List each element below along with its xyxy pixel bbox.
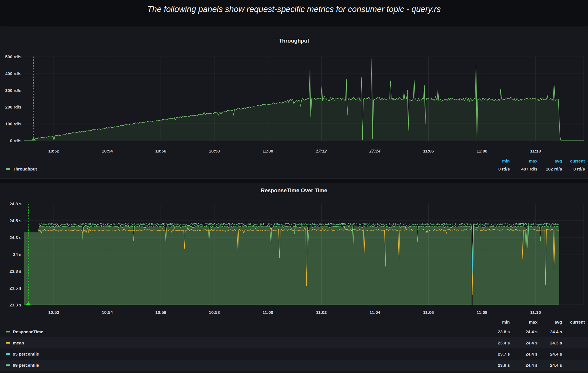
panel2-chart-area: 24.8 s24.5 s24.3 s24 s23.8 s23.5 s23.3 s: [0, 204, 584, 305]
text-panel: The following panels show request-specif…: [0, 0, 588, 26]
stat-max: 24.4 s: [510, 352, 537, 356]
series-color-swatch: [6, 168, 10, 170]
x-tick-label: 11:06: [423, 149, 434, 153]
series-label: mean: [13, 340, 24, 345]
series-color-swatch: [6, 353, 10, 355]
series-label: Throughput: [13, 167, 37, 171]
series-label: 99 percentile: [13, 363, 39, 368]
legend-header-avg[interactable]: avg: [537, 159, 562, 163]
stat-min: 0 rd/s: [483, 167, 510, 171]
legend-header-current[interactable]: current: [562, 320, 585, 324]
x-tick-label: 10:58: [209, 149, 220, 153]
response-time-chart[interactable]: [24, 204, 584, 305]
y-tick-label: 500 rd/s: [5, 54, 21, 59]
y-tick-label: 24 s: [13, 252, 21, 257]
legend-row-99-percentile: 99 percentile 23.8 s 24.4 s 24.4 s: [0, 360, 588, 371]
stat-avg: 182 rd/s: [537, 167, 562, 171]
legend-header-max[interactable]: max: [510, 320, 537, 324]
y-tick-label: 23.5 s: [9, 285, 21, 290]
legend-header-min[interactable]: min: [483, 159, 510, 163]
stat-max: 24.4 s: [510, 340, 537, 345]
x-tick-label: 11:04: [370, 310, 380, 315]
stat-min: 23.8 s: [483, 363, 510, 368]
legend-header-current[interactable]: current: [562, 159, 585, 163]
legend-series-throughput[interactable]: Throughput: [6, 167, 37, 171]
series-label: 95 percentile: [13, 352, 39, 356]
x-tick-label: 11:00: [262, 149, 273, 153]
y-axis: 500 rd/s400 rd/s300 rd/s200 rd/s100 rd/s…: [0, 57, 24, 141]
x-tick-label: 17:12: [316, 149, 327, 153]
x-tick-label: 10:54: [102, 149, 113, 153]
x-tick-label: 10:54: [102, 310, 113, 315]
dashboard-header-text: The following panels show request-specif…: [147, 5, 441, 14]
stat-min: 23.7 s: [483, 352, 510, 356]
series-label: ResponseTime: [13, 329, 43, 334]
y-tick-label: 0 rd/s: [10, 138, 21, 143]
y-tick-label: 24.5 s: [9, 218, 21, 223]
legend-series-95-percentile[interactable]: 95 percentile: [6, 352, 39, 356]
legend-row-responsetime: ResponseTime 23.8 s 24.4 s 24.4 s: [0, 326, 588, 337]
legend-series-99-percentile[interactable]: 99 percentile: [6, 363, 39, 368]
panel2-title[interactable]: ResponseTime Over Time: [0, 187, 588, 194]
x-tick-label: 10:56: [155, 149, 166, 153]
y-axis: 24.8 s24.5 s24.3 s24 s23.8 s23.5 s23.3 s: [0, 204, 24, 305]
x-axis: 10:5210:5410:5610:5811:0017:1217:1411:06…: [24, 148, 584, 154]
stat-min: 23.8 s: [483, 329, 510, 334]
x-tick-label: 11:10: [530, 310, 541, 315]
legend-header-avg[interactable]: avg: [537, 320, 562, 324]
stat-max: 487 rd/s: [510, 167, 537, 171]
panel-throughput: Throughput 500 rd/s400 rd/s300 rd/s200 r…: [0, 27, 588, 179]
y-tick-label: 23.8 s: [9, 269, 21, 274]
stat-avg: 24.4 s: [537, 352, 562, 356]
x-tick-label: 11:10: [530, 149, 541, 153]
stat-current: 0 rd/s: [562, 167, 585, 171]
series-color-swatch: [6, 342, 10, 344]
y-tick-label: 300 rd/s: [5, 88, 21, 93]
y-tick-label: 200 rd/s: [5, 105, 21, 109]
y-tick-label: 23.3 s: [9, 302, 21, 307]
x-tick-label: 10:56: [155, 310, 166, 315]
x-tick-label: 10:52: [48, 310, 59, 315]
panel1-title[interactable]: Throughput: [0, 38, 588, 44]
x-axis: 10:5210:5410:5610:5811:0011:0211:0411:06…: [24, 309, 584, 316]
x-tick-label: 11:08: [477, 149, 487, 153]
series-color-swatch: [6, 364, 10, 366]
stat-max: 24.4 s: [510, 329, 537, 334]
legend-header-max[interactable]: max: [510, 159, 537, 163]
x-tick-label: 17:14: [369, 149, 381, 153]
x-tick-label: 11:06: [423, 310, 434, 315]
x-tick-label: 11:02: [316, 310, 327, 315]
legend-row-95-percentile: 95 percentile 23.7 s 24.4 s 24.4 s: [0, 348, 588, 360]
stat-avg: 24.4 s: [537, 329, 562, 334]
throughput-chart[interactable]: [24, 57, 584, 141]
panel-response-time: ResponseTime Over Time 24.8 s24.5 s24.3 …: [0, 183, 588, 373]
panel1-legend: min max avg current Throughput 0 rd/s 48…: [6, 157, 585, 173]
x-tick-label: 11:00: [262, 310, 273, 315]
x-tick-label: 10:58: [209, 310, 220, 315]
stat-avg: 24.3 s: [537, 340, 562, 345]
legend-series-responsetime[interactable]: ResponseTime: [6, 329, 43, 334]
panel2-legend: min max avg current ResponseTime 23.8 s …: [0, 318, 588, 371]
y-tick-label: 24.3 s: [9, 235, 21, 240]
y-tick-label: 400 rd/s: [5, 71, 21, 76]
legend-header-min[interactable]: min: [483, 320, 510, 324]
stat-avg: 24.4 s: [537, 363, 562, 368]
legend-row-mean: mean 23.4 s 24.4 s 24.3 s: [0, 337, 588, 348]
x-tick-label: 10:52: [48, 149, 59, 153]
panel1-chart-area: 500 rd/s400 rd/s300 rd/s200 rd/s100 rd/s…: [0, 57, 584, 141]
y-tick-label: 24.8 s: [9, 201, 21, 206]
y-tick-label: 100 rd/s: [5, 121, 21, 126]
stat-min: 23.4 s: [483, 340, 510, 345]
stat-max: 24.4 s: [510, 363, 537, 368]
legend-series-mean[interactable]: mean: [6, 340, 24, 345]
x-tick-label: 11:08: [477, 310, 487, 315]
series-color-swatch: [6, 331, 10, 332]
